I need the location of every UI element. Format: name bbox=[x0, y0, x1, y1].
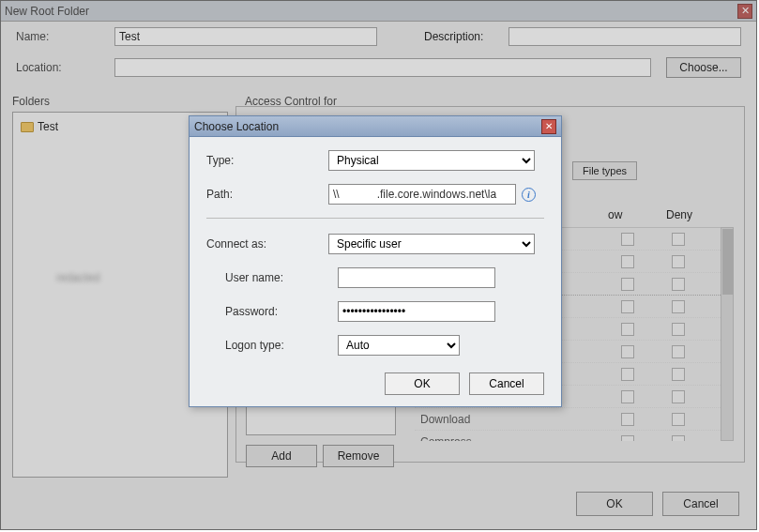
choose-location-dialog: Choose Location ✕ Type: Physical Path: i… bbox=[189, 115, 562, 407]
cancel-button[interactable]: Cancel bbox=[469, 372, 544, 395]
type-label: Type: bbox=[206, 154, 328, 167]
separator bbox=[206, 218, 544, 219]
logon-select[interactable]: Auto bbox=[338, 335, 460, 356]
logon-label: Logon type: bbox=[206, 339, 338, 352]
modal-body: Type: Physical Path: i Connect as: Speci… bbox=[190, 137, 561, 406]
username-row: User name: redacted bbox=[206, 267, 544, 288]
new-root-folder-window: New Root Folder ✕ Name: Description: Loc… bbox=[0, 0, 757, 530]
type-select[interactable]: Physical bbox=[328, 150, 535, 171]
path-row: Path: i bbox=[206, 184, 544, 205]
modal-titlebar: Choose Location ✕ bbox=[190, 116, 561, 137]
connect-row: Connect as: Specific user bbox=[206, 234, 544, 254]
username-input[interactable] bbox=[338, 267, 495, 288]
password-row: Password: bbox=[206, 301, 544, 322]
modal-buttons: OK Cancel bbox=[206, 372, 544, 395]
modal-title: Choose Location bbox=[194, 120, 541, 133]
ok-button[interactable]: OK bbox=[385, 372, 460, 395]
info-icon[interactable]: i bbox=[522, 188, 536, 202]
username-label: User name: bbox=[206, 271, 338, 284]
path-label: Path: bbox=[206, 188, 328, 201]
type-row: Type: Physical bbox=[206, 150, 544, 171]
connect-select[interactable]: Specific user bbox=[328, 234, 535, 254]
password-label: Password: bbox=[206, 305, 338, 318]
connect-label: Connect as: bbox=[206, 237, 328, 251]
path-input[interactable] bbox=[328, 184, 516, 205]
close-icon[interactable]: ✕ bbox=[541, 119, 556, 134]
password-input[interactable] bbox=[338, 301, 495, 322]
logon-row: Logon type: Auto bbox=[206, 335, 544, 356]
